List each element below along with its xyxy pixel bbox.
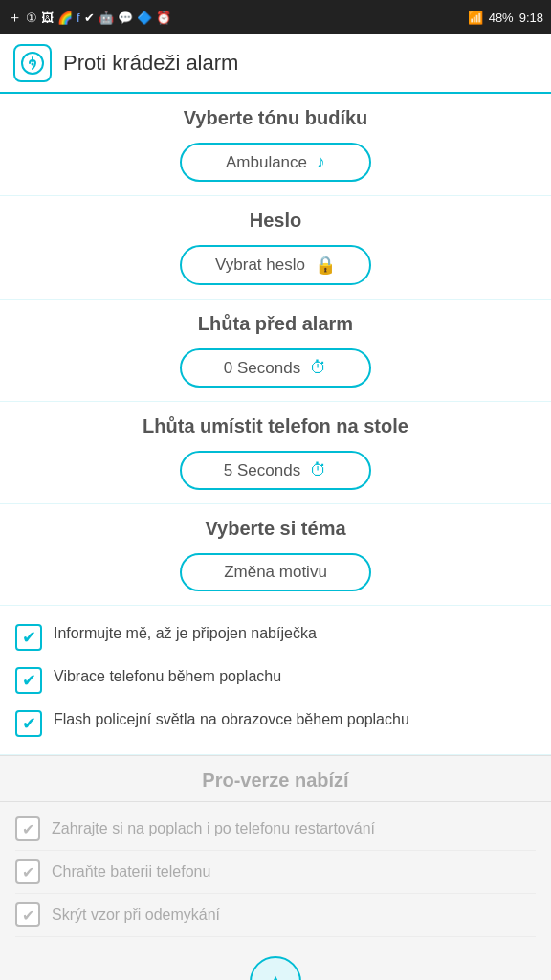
alarm-delay-label: 0 Seconds bbox=[224, 359, 300, 378]
flash-checkbox[interactable]: ✔ bbox=[15, 710, 42, 737]
charger-checkbox[interactable]: ✔ bbox=[15, 624, 42, 651]
pattern-label: Skrýt vzor při odemykání bbox=[52, 906, 536, 924]
color-icon: 🌈 bbox=[57, 11, 73, 25]
alarm-delay-section: Lhůta před alarm 0 Seconds ⏱ bbox=[0, 300, 551, 402]
flash-checkmark: ✔ bbox=[22, 715, 36, 732]
app-bar: Proti krádeži alarm bbox=[0, 34, 551, 94]
battery-text: 48% bbox=[489, 11, 514, 25]
password-title: Heslo bbox=[0, 196, 551, 239]
alarm-icon: ⏰ bbox=[156, 11, 171, 25]
theme-label: Změna motivu bbox=[224, 563, 327, 582]
lock-icon: 🔒 bbox=[315, 255, 336, 276]
theme-title: Vyberte si téma bbox=[0, 504, 551, 547]
ringtone-title: Vyberte tónu budíku bbox=[0, 94, 551, 137]
pattern-checkmark: ✔ bbox=[22, 906, 34, 924]
place-delay-label: 5 Seconds bbox=[224, 461, 300, 480]
alarm-delay-button[interactable]: 0 Seconds ⏱ bbox=[180, 348, 371, 388]
checkbox-flash: ✔ Flash policejní světla na obrazovce bě… bbox=[15, 702, 536, 745]
restart-checkmark: ✔ bbox=[22, 820, 34, 838]
theme-section: Vyberte si téma Změna motivu bbox=[0, 504, 551, 606]
battery-checkmark: ✔ bbox=[22, 863, 34, 881]
bluetooth-icon: 🔷 bbox=[137, 11, 152, 25]
status-icons-left: ＋ ① 🖼 🌈 f ✔ 🤖 💬 🔷 ⏰ bbox=[8, 9, 171, 27]
pro-checkbox-pattern: ✔ Skrýt vzor při odemykání bbox=[15, 894, 536, 937]
place-delay-button[interactable]: 5 Seconds ⏱ bbox=[180, 451, 371, 490]
ringtone-button[interactable]: Ambulance ♪ bbox=[180, 143, 371, 182]
vibration-checkbox[interactable]: ✔ bbox=[15, 667, 42, 694]
checkbox-vibration: ✔ Vibrace telefonu během poplachu bbox=[15, 658, 536, 702]
ringtone-section: Vyberte tónu budíku Ambulance ♪ bbox=[0, 94, 551, 196]
checkboxes-section: ✔ Informujte mě, až je připojen nabíječk… bbox=[0, 606, 551, 755]
timer-icon-1: ⏱ bbox=[310, 358, 327, 378]
flash-label: Flash policejní světla na obrazovce běhe… bbox=[54, 709, 536, 730]
theme-btn-container: Změna motivu bbox=[0, 547, 551, 605]
app-title: Proti krádeži alarm bbox=[63, 51, 238, 76]
main-content: Vyberte tónu budíku Ambulance ♪ Heslo Vy… bbox=[0, 94, 551, 980]
place-delay-section: Lhůta umístit telefon na stole 5 Seconds… bbox=[0, 402, 551, 504]
chat-icon: 💬 bbox=[118, 11, 133, 25]
ringtone-label: Ambulance bbox=[226, 153, 307, 172]
charger-checkmark: ✔ bbox=[22, 629, 36, 646]
vibration-label: Vibrace telefonu během poplachu bbox=[54, 666, 536, 687]
ringtone-btn-container: Ambulance ♪ bbox=[0, 137, 551, 195]
password-label: Vybrat heslo bbox=[215, 256, 305, 275]
music-icon: ♪ bbox=[317, 152, 325, 172]
timer-icon-2: ⏱ bbox=[310, 460, 327, 480]
battery-checkbox[interactable]: ✔ bbox=[15, 859, 40, 884]
check-icon: ✔ bbox=[84, 11, 95, 25]
upgrade-icon: ▲ bbox=[263, 968, 288, 981]
restart-label: Zahrajte si na poplach i po telefonu res… bbox=[52, 820, 536, 837]
checkbox-charger: ✔ Informujte mě, až je připojen nabíječk… bbox=[15, 615, 536, 658]
pattern-checkbox[interactable]: ✔ bbox=[15, 902, 40, 927]
svg-point-1 bbox=[32, 63, 34, 66]
pro-checkboxes: ✔ Zahrajte si na poplach i po telefonu r… bbox=[0, 802, 551, 943]
pro-section: Pro-verze nabízí ✔ Zahrajte si na poplac… bbox=[0, 755, 551, 980]
facebook-icon: f bbox=[77, 11, 80, 25]
restart-checkbox[interactable]: ✔ bbox=[15, 816, 40, 841]
status-bar: ＋ ① 🖼 🌈 f ✔ 🤖 💬 🔷 ⏰ 📶 48% 9:18 bbox=[0, 0, 551, 34]
battery-label: Chraňte baterii telefonu bbox=[52, 863, 536, 880]
status-icons-right: 📶 48% 9:18 bbox=[468, 11, 543, 25]
theme-button[interactable]: Změna motivu bbox=[180, 553, 371, 591]
pro-checkbox-battery: ✔ Chraňte baterii telefonu bbox=[15, 851, 536, 894]
add-icon: ＋ bbox=[8, 9, 22, 27]
app-icon bbox=[13, 44, 52, 82]
bottom-area: ▲ bbox=[0, 943, 551, 980]
android-icon: 🤖 bbox=[99, 11, 114, 25]
place-delay-btn-container: 5 Seconds ⏱ bbox=[0, 445, 551, 503]
charger-label: Informujte mě, až je připojen nabíječka bbox=[54, 623, 536, 644]
place-delay-title: Lhůta umístit telefon na stole bbox=[0, 402, 551, 445]
alarm-delay-title: Lhůta před alarm bbox=[0, 300, 551, 343]
image-icon: 🖼 bbox=[41, 11, 54, 25]
notification-icon: ① bbox=[26, 11, 37, 25]
time-display: 9:18 bbox=[519, 11, 543, 25]
password-button[interactable]: Vybrat heslo 🔒 bbox=[180, 245, 371, 285]
password-btn-container: Vybrat heslo 🔒 bbox=[0, 239, 551, 299]
wifi-icon: 📶 bbox=[468, 11, 483, 25]
pro-title: Pro-verze nabízí bbox=[0, 756, 551, 802]
vibration-checkmark: ✔ bbox=[22, 672, 36, 689]
pro-checkbox-restart: ✔ Zahrajte si na poplach i po telefonu r… bbox=[15, 808, 536, 851]
alarm-delay-btn-container: 0 Seconds ⏱ bbox=[0, 343, 551, 401]
upgrade-button[interactable]: ▲ bbox=[250, 956, 301, 980]
password-section: Heslo Vybrat heslo 🔒 bbox=[0, 196, 551, 300]
